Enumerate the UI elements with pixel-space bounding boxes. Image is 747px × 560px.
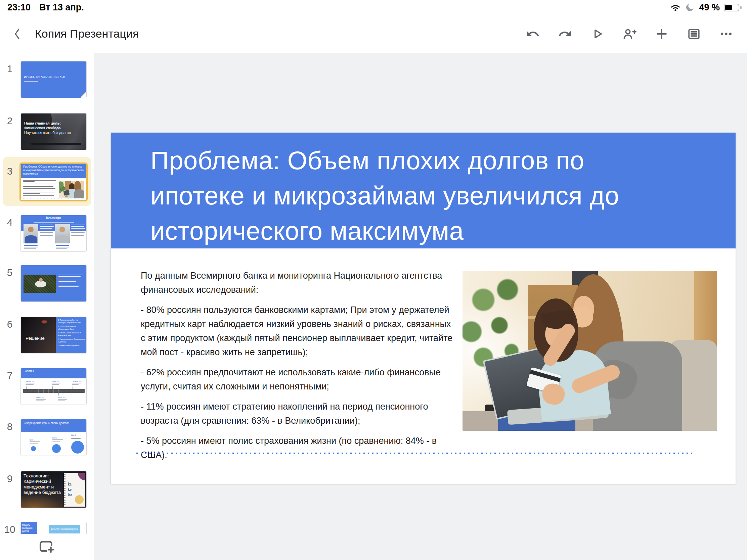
- document-title: Копия Презентация: [35, 27, 525, 40]
- editor-canvas: Проблема: Объем плохих долгов по ипотеке…: [94, 53, 747, 560]
- thumb8-title: «Перекройте кран» своих долгов!: [21, 419, 86, 432]
- slide-number: 3: [3, 165, 16, 177]
- thumb7-title: Этапы: [25, 369, 86, 373]
- thumb9-title: Технологии: Кармический менеджмент и вед…: [24, 473, 63, 496]
- share-add-person-button[interactable]: [622, 27, 637, 41]
- thumb3-photo: [59, 181, 84, 198]
- slide-number: 2: [3, 115, 16, 127]
- body-paragraph: - 5% россиян имеют полис страхования жиз…: [141, 434, 457, 462]
- slide-number: 10: [3, 524, 16, 534]
- filmstrip-bottom-bar: [0, 534, 94, 560]
- slide-title-line: Проблема: Объем плохих долгов по: [151, 143, 736, 178]
- thumb6-label: Решение: [26, 336, 45, 341]
- slide-thumbnail-2[interactable]: Наша главная цель: Финансовая свобода/ Н…: [21, 113, 87, 150]
- app-toolbar: Копия Презентация: [0, 15, 747, 53]
- thumb9-kakebo-book: ka ke bo: [64, 473, 85, 507]
- undo-button[interactable]: [525, 27, 540, 41]
- slide-number: 5: [3, 267, 16, 278]
- thumb1-title: ИНВЕСТИРОВАТЬ ЛЕГКО!: [24, 75, 65, 79]
- slide-thumbnail-3-selected[interactable]: Проблема: Объем плохих долгов по ипотеке…: [21, 163, 87, 201]
- slide-number: 7: [3, 370, 16, 381]
- status-bar: 23:10 Вт 13 апр. 49 %: [0, 0, 747, 15]
- dotted-divider: [136, 453, 692, 454]
- slide-thumbnail-7[interactable]: Этапы Январь 2021 Июнь 2021 Октябрь 2021: [21, 368, 87, 405]
- overflow-menu-button[interactable]: [719, 27, 733, 41]
- slide-thumbnail-10[interactable]: Модель выхода из долгов ДИАЛОГ с близким…: [21, 522, 87, 534]
- slide-number: 9: [3, 473, 16, 484]
- slide-photo-two-women-credit-card[interactable]: [463, 271, 717, 431]
- thumb6-photo: [21, 317, 56, 353]
- do-not-disturb-moon-icon: [685, 2, 695, 12]
- thumb2-heading: Наша главная цель:: [24, 121, 61, 125]
- slide-number: 1: [3, 63, 16, 75]
- insert-plus-button[interactable]: [654, 27, 669, 41]
- add-slide-button[interactable]: [37, 537, 57, 557]
- slide-number: 6: [3, 319, 16, 330]
- present-button[interactable]: [590, 27, 604, 41]
- body-paragraph: - 80% россиян пользуются банковскими кар…: [141, 303, 457, 359]
- back-button[interactable]: [5, 22, 29, 46]
- thumb10-box1: Модель выхода из долгов: [21, 522, 37, 534]
- body-paragraph: - 11% россиян имеют стратегию накоплений…: [141, 400, 457, 428]
- thumb7-timeline-bar: [23, 389, 85, 393]
- slide-number: 8: [3, 421, 16, 432]
- thumb3-title: Проблема: Объем плохих долгов по ипотеке…: [21, 164, 86, 178]
- body-paragraph: По данным Всемирного банка и мониторинга…: [141, 269, 457, 297]
- wifi-icon: [670, 2, 681, 13]
- slide-title-block[interactable]: Проблема: Объем плохих долгов по ипотеке…: [111, 133, 736, 248]
- thumb5-photo: [24, 275, 56, 293]
- slide-thumbnail-6[interactable]: Решение 1 Признаться себе, что нахожусь …: [21, 317, 87, 353]
- thumbnail-list: 1 ИНВЕСТИРОВАТЬ ЛЕГКО! 2 Наша главная це…: [0, 53, 94, 534]
- slide-thumbnail-5[interactable]: [21, 265, 87, 302]
- slide-thumbnail-8[interactable]: «Перекройте кран» своих долгов! Шаг 1 Ша…: [21, 419, 87, 456]
- page-curl-icon: [81, 92, 86, 98]
- slide-filmstrip: 1 ИНВЕСТИРОВАТЬ ЛЕГКО! 2 Наша главная це…: [0, 53, 94, 560]
- current-slide[interactable]: Проблема: Объем плохих долгов по ипотеке…: [111, 133, 736, 484]
- slide-title-line: исторического максимума: [151, 213, 736, 248]
- battery-percent: 49 %: [699, 2, 720, 13]
- slide-number: 4: [3, 217, 16, 228]
- date: Вт 13 апр.: [39, 2, 84, 13]
- redo-button[interactable]: [558, 27, 572, 41]
- slide-title-line: ипотеке и микрозаймам увеличился до: [151, 178, 736, 213]
- slide-thumbnail-9[interactable]: Технологии: Кармический менеджмент и вед…: [21, 471, 87, 508]
- thumb2-body: Финансовая свобода/ Научиться жить без д…: [24, 126, 71, 135]
- clock: 23:10: [7, 2, 31, 13]
- slide-body-text[interactable]: По данным Всемирного банка и мониторинга…: [141, 269, 457, 462]
- slide-thumbnail-4[interactable]: Команда: [21, 215, 87, 252]
- thumb10-box2: ДИАЛОГ с близким кругом: [49, 525, 80, 533]
- slide-thumbnail-1[interactable]: ИНВЕСТИРОВАТЬ ЛЕГКО!: [21, 61, 87, 98]
- thumb4-title: Команда: [21, 216, 86, 220]
- battery-icon: [724, 4, 739, 11]
- body-paragraph: - 62% россиян предпочитают не использова…: [141, 365, 457, 394]
- comments-button[interactable]: [687, 27, 701, 41]
